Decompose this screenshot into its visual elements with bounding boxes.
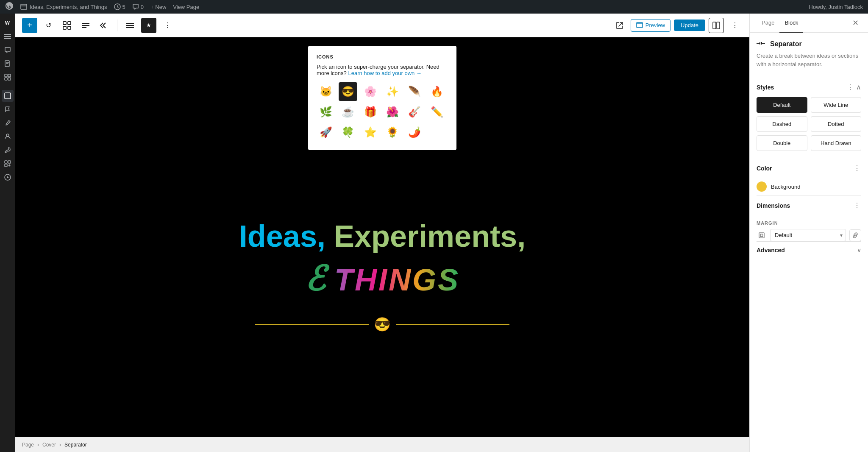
sidebar-item-brush[interactable] — [2, 117, 14, 129]
settings-toggle-button[interactable] — [709, 18, 724, 33]
external-link-button[interactable] — [612, 18, 627, 33]
sidebar-item-play[interactable] — [2, 171, 14, 183]
margin-row: Default ▾ — [757, 229, 861, 241]
add-block-button[interactable]: + — [22, 18, 37, 33]
breadcrumb-cover[interactable]: Cover — [42, 442, 56, 448]
dimensions-section-header[interactable]: Dimensions ⋮ — [757, 195, 861, 215]
more-options-button[interactable]: ⋮ — [160, 18, 175, 33]
tab-page[interactable]: Page — [757, 14, 779, 33]
breadcrumb-page[interactable]: Page — [22, 442, 34, 448]
add-icons-link[interactable]: Learn how to add your own → — [348, 70, 421, 76]
comments-count[interactable]: 0 — [132, 3, 144, 10]
right-sidebar: Page Block ✕ Separator Create a break be… — [749, 14, 868, 452]
style-default-button[interactable]: Default — [757, 97, 807, 113]
style-dotted-button[interactable]: Dotted — [811, 116, 862, 132]
styles-section-actions: ⋮ ∧ — [846, 82, 861, 92]
icon-cell-sunflower[interactable]: 🌻 — [383, 123, 402, 142]
sidebar-item-patterns[interactable] — [2, 71, 14, 83]
icon-cell-sparkle[interactable]: ✨ — [383, 82, 402, 101]
style-double-button[interactable]: Double — [757, 135, 807, 151]
starred-button[interactable]: ★ — [141, 18, 156, 33]
svg-rect-0 — [21, 4, 27, 9]
sidebar-item-tools[interactable] — [2, 144, 14, 156]
updates-count[interactable]: 5 — [114, 3, 125, 10]
undo-button[interactable]: ↺ — [41, 18, 56, 33]
view-page-link[interactable]: View Page — [173, 4, 199, 10]
icon-cell-rocket[interactable]: 🚀 — [317, 123, 335, 142]
styles-more-button[interactable]: ⋮ — [846, 82, 854, 92]
icon-cell-smiley[interactable]: 😎 — [339, 82, 357, 101]
margin-link-button[interactable] — [849, 229, 861, 241]
separator-element[interactable]: 😎 — [255, 316, 509, 332]
advanced-title: Advanced — [757, 247, 785, 254]
advanced-section-header[interactable]: Advanced ∨ — [757, 242, 861, 259]
icon-cell-coffee[interactable]: ☕ — [339, 103, 357, 121]
svg-rect-7 — [8, 74, 11, 77]
icon-cell-gift[interactable]: 🎁 — [361, 103, 380, 121]
color-more-button[interactable]: ⋮ — [853, 163, 861, 173]
background-color-swatch[interactable] — [757, 181, 767, 192]
block-type-icon — [757, 39, 765, 48]
svg-rect-8 — [5, 78, 7, 80]
svg-rect-3 — [4, 36, 11, 37]
breadcrumb-sep1: › — [37, 442, 39, 448]
sidebar-close-button[interactable]: ✕ — [849, 17, 861, 29]
svg-rect-4 — [4, 38, 11, 39]
svg-point-11 — [6, 134, 9, 137]
list-view-button[interactable] — [78, 18, 93, 33]
icon-cell-clover[interactable]: 🍀 — [339, 123, 357, 142]
styles-section: Styles ⋮ ∧ Default Wide Line Dashed Dott… — [757, 77, 861, 151]
color-section-header[interactable]: Color ⋮ — [757, 158, 861, 178]
sidebar-item-menu[interactable] — [2, 31, 14, 42]
user-greeting: Howdy, Justin Tadlock — [809, 4, 863, 10]
icon-cell-pepper[interactable]: 🌶️ — [405, 123, 424, 142]
options-button[interactable]: ⋮ — [727, 18, 743, 33]
icon-cell-flower[interactable]: 🌸 — [361, 82, 380, 101]
color-row: Background — [757, 178, 861, 195]
sidebar-body: Separator Create a break between ideas o… — [750, 33, 868, 452]
icon-cell-pencil[interactable]: ✏️ — [428, 103, 446, 121]
icon-cell-fire[interactable]: 🔥 — [428, 82, 446, 101]
block-inserter-button[interactable] — [59, 18, 75, 33]
tab-block[interactable]: Block — [779, 14, 803, 33]
icon-cell-lotus[interactable]: 🌺 — [383, 103, 402, 121]
icon-cell-leaf[interactable]: 🌿 — [317, 103, 335, 121]
separator-icon: 😎 — [374, 316, 391, 332]
sidebar-item-wp[interactable]: W — [2, 17, 14, 29]
advanced-toggle-icon: ∨ — [857, 247, 861, 254]
icon-cell-guitar[interactable]: 🎸 — [405, 103, 424, 121]
margin-select-wrapper: Default ▾ — [770, 229, 846, 241]
breadcrumb-sep2: › — [59, 442, 61, 448]
svg-rect-18 — [63, 26, 66, 29]
margin-select[interactable]: Default — [770, 229, 846, 241]
sidebar-item-pages[interactable] — [2, 58, 14, 70]
dimensions-section-actions: ⋮ — [853, 201, 861, 210]
style-wide-line-button[interactable]: Wide Line — [811, 97, 862, 113]
heading-line2: ℰ THINGS — [239, 259, 526, 299]
site-name[interactable]: Ideas, Experiments, and Things — [20, 3, 107, 10]
style-hand-drawn-button[interactable]: Hand Drawn — [811, 135, 862, 151]
dimensions-more-button[interactable]: ⋮ — [853, 201, 861, 210]
wp-logo[interactable] — [5, 2, 14, 12]
svg-rect-14 — [5, 164, 7, 167]
sidebar-item-comments[interactable] — [2, 44, 14, 56]
sidebar-item-flag[interactable] — [2, 103, 14, 115]
update-button[interactable]: Update — [674, 20, 705, 31]
navigator-button[interactable] — [97, 18, 112, 33]
svg-rect-34 — [760, 234, 763, 237]
icon-cell-cat[interactable]: 🐱 — [317, 82, 335, 101]
sidebar-item-plus[interactable] — [2, 158, 14, 170]
svg-rect-13 — [8, 161, 11, 163]
sidebar-item-active-block[interactable] — [2, 90, 14, 102]
icon-cell-star[interactable]: ⭐ — [361, 123, 380, 142]
preview-button[interactable]: Preview — [631, 19, 670, 32]
style-dashed-button[interactable]: Dashed — [757, 116, 807, 132]
block-alignment-button[interactable] — [122, 18, 138, 33]
icon-cell-feather[interactable]: 🪶 — [405, 82, 424, 101]
breadcrumb-separator[interactable]: Separator — [64, 442, 87, 448]
new-button[interactable]: + New — [150, 4, 166, 10]
sidebar-item-user[interactable] — [2, 131, 14, 142]
styles-section-header[interactable]: Styles ⋮ ∧ — [757, 77, 861, 97]
styles-grid: Default Wide Line Dashed Dotted Double H… — [757, 97, 861, 151]
block-description: Create a break between ideas or sections… — [757, 52, 861, 68]
